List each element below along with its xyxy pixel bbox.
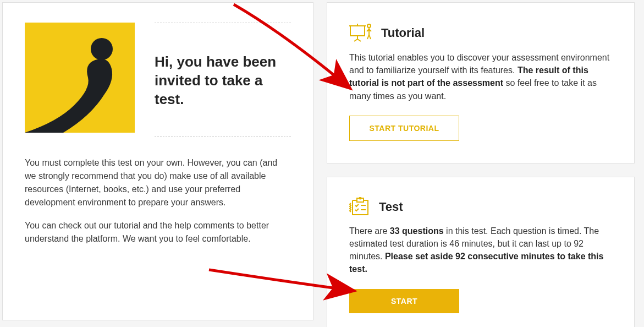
- test-title: Test: [379, 200, 403, 214]
- start-test-button[interactable]: START: [349, 289, 459, 313]
- svg-point-6: [367, 24, 371, 28]
- intro-paragraph-2: You can check out our tutorial and the h…: [25, 219, 291, 246]
- intro-body: You must complete this test on your own.…: [25, 156, 291, 246]
- svg-point-13: [360, 197, 361, 199]
- intro-paragraph-1: You must complete this test on your own.…: [25, 156, 291, 209]
- svg-line-11: [369, 35, 371, 39]
- svg-line-4: [354, 39, 357, 41]
- intro-card: Hi, you have been invited to take a test…: [2, 2, 313, 320]
- tutorial-title: Tutorial: [381, 26, 425, 40]
- brand-logo: [25, 23, 135, 133]
- start-tutorial-button[interactable]: START TUTORIAL: [349, 116, 459, 141]
- checklist-icon: [349, 197, 371, 217]
- test-card: Test There are 33 questions in this test…: [327, 177, 635, 327]
- svg-rect-0: [350, 26, 365, 36]
- test-description: There are 33 questions in this test. Eac…: [349, 225, 612, 276]
- svg-line-5: [357, 39, 361, 41]
- presentation-icon: [349, 23, 373, 43]
- intro-heading: Hi, you have been invited to take a test…: [155, 23, 291, 137]
- tutorial-description: This tutorial enables you to discover yo…: [349, 51, 612, 102]
- tutorial-card: Tutorial This tutorial enables you to di…: [327, 2, 635, 164]
